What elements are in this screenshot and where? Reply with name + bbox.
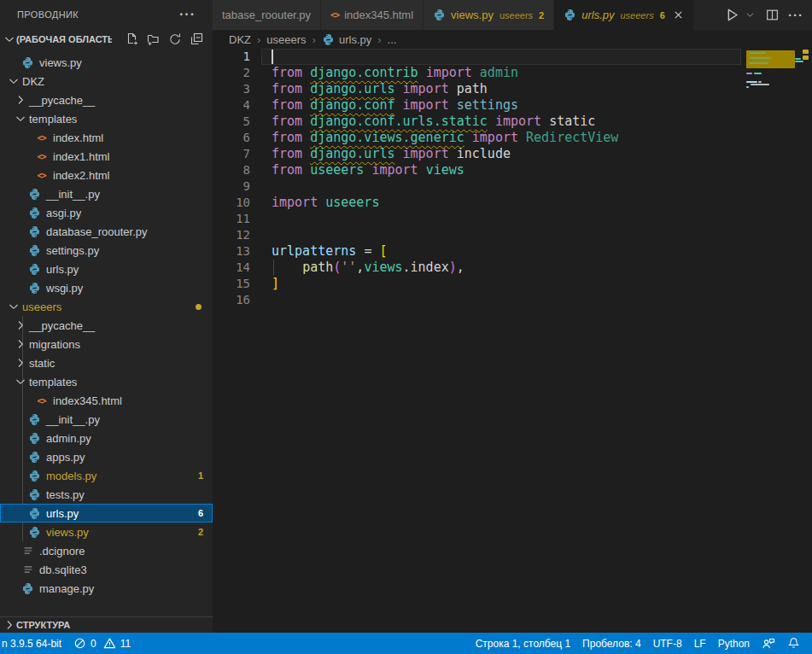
tree-item[interactable]: admin.py	[0, 429, 213, 447]
tree-item[interactable]: tests.py	[0, 485, 213, 504]
tree-item-label: database_roouter.py	[46, 225, 148, 238]
tree-item[interactable]: DKZ	[0, 72, 213, 91]
tree-item[interactable]: templates	[0, 109, 213, 128]
warning-icon	[103, 637, 116, 650]
tree-item-label: __pycache__	[29, 94, 95, 107]
split-editor-icon[interactable]	[765, 8, 780, 22]
line-number: 7	[213, 146, 250, 162]
chevron-down-icon	[14, 375, 27, 388]
tree-item[interactable]: .dcignore	[0, 541, 213, 560]
breadcrumb-item[interactable]: ...	[388, 33, 397, 46]
line-number: 16	[213, 292, 250, 308]
tree-item[interactable]: apps.py	[0, 447, 213, 466]
tree-item-label: index1.html	[53, 150, 109, 163]
breadcrumbs: DKZ›useeers›urls.py›...	[213, 30, 812, 49]
tree-item[interactable]: database_roouter.py	[0, 222, 213, 241]
encoding-status[interactable]: UTF-8	[647, 638, 688, 650]
tree-item[interactable]: __pycache__	[0, 316, 213, 335]
warning-count: 11	[120, 638, 131, 650]
new-folder-icon[interactable]	[146, 32, 161, 47]
tree-item[interactable]: asgi.py	[0, 203, 213, 222]
workspace-section-header[interactable]: (РАБОЧАЯ ОБЛАСТЬ) ...	[0, 29, 213, 49]
line-number: 2	[213, 65, 250, 81]
python-icon	[27, 432, 42, 445]
line-number: 14	[213, 260, 250, 276]
tree-item[interactable]: settings.py	[0, 241, 213, 260]
tab-label: views.py	[451, 9, 494, 21]
code-line: 16	[213, 292, 745, 308]
breadcrumb-label: useeers	[266, 33, 306, 46]
more-actions-icon[interactable]: ···	[179, 10, 196, 19]
tree-item[interactable]: __init__.py	[0, 184, 213, 203]
tree-item[interactable]: views.py	[0, 53, 213, 72]
tree-item[interactable]: <>index345.html	[0, 391, 213, 410]
breadcrumb-item[interactable]: useeers	[266, 33, 306, 46]
problem-count-badge: 2	[198, 527, 203, 537]
tree-item[interactable]: <>index.html	[0, 128, 213, 147]
tab-views.py[interactable]: views.pyuseeers2	[424, 0, 554, 30]
more-actions-icon[interactable]: ···	[788, 11, 803, 20]
code-line: 6from django.views.generic import Redire…	[213, 130, 745, 146]
code-area[interactable]: 12from django.contrib import admin3from …	[213, 49, 745, 308]
line-number: 11	[213, 211, 250, 227]
run-dropdown-chevron-icon[interactable]	[745, 10, 755, 20]
indentation-status[interactable]: Пробелов: 4	[576, 638, 647, 650]
line-number: 4	[213, 97, 250, 114]
tree-item[interactable]: __pycache__	[0, 91, 213, 109]
tree-item[interactable]: <>index1.html	[0, 147, 213, 166]
overview-ruler[interactable]	[800, 49, 812, 305]
cursor-position[interactable]: Строка 1, столбец 1	[470, 638, 576, 650]
tree-item[interactable]: views.py2	[0, 523, 213, 541]
tree-item-label: index.html	[53, 131, 103, 144]
minimap[interactable]	[745, 49, 800, 160]
new-file-icon[interactable]	[125, 32, 140, 47]
python-icon	[27, 507, 42, 520]
python-icon	[27, 413, 42, 426]
notifications-bell-icon[interactable]	[781, 637, 807, 650]
tree-item-label: __init__.py	[46, 188, 100, 201]
python-interpreter[interactable]: n 3.9.5 64-bit	[0, 638, 67, 650]
tree-item[interactable]: <>index2.html	[0, 166, 213, 184]
close-icon[interactable]	[673, 9, 684, 20]
problems-status[interactable]: 0 11	[67, 637, 137, 650]
tree-item[interactable]: models.py1	[0, 466, 213, 485]
tab-urls.py[interactable]: urls.pyuseeers6	[554, 0, 694, 30]
breadcrumb-item[interactable]: DKZ	[229, 33, 251, 46]
tree-item-label: index2.html	[53, 169, 109, 182]
html-icon: <>	[34, 152, 49, 161]
tree-item[interactable]: db.sqlite3	[0, 560, 213, 579]
outline-section-header[interactable]: СТРУКТУРА	[0, 616, 213, 633]
html-icon: <>	[330, 10, 339, 20]
code-line: 2from django.contrib import admin	[213, 65, 745, 81]
tree-item[interactable]: useeers	[0, 297, 213, 316]
tree-item-label: templates	[29, 113, 77, 126]
feedback-icon[interactable]	[756, 637, 781, 651]
tab-index345.html[interactable]: <>index345.html	[321, 0, 424, 30]
run-python-file-icon[interactable]	[724, 7, 740, 23]
breadcrumb-item[interactable]: urls.py	[322, 33, 371, 46]
line-number: 8	[213, 162, 250, 178]
chevron-right-icon	[14, 356, 27, 370]
tree-item[interactable]: __init__.py	[0, 410, 213, 429]
vscode-window: ПРОВОДНИК ··· (РАБОЧАЯ ОБЛАСТЬ) ... view…	[0, 0, 812, 654]
tree-item[interactable]: manage.py	[0, 579, 213, 598]
tree-item[interactable]: wsgi.py	[0, 278, 213, 297]
tree-item[interactable]: migrations	[0, 335, 213, 353]
python-icon	[27, 488, 42, 501]
outline-section-label: СТРУКТУРА	[16, 620, 70, 630]
tree-item-label: views.py	[39, 56, 82, 69]
tree-item[interactable]: urls.py	[0, 260, 213, 278]
tree-item[interactable]: static	[0, 353, 213, 372]
eol-status[interactable]: LF	[688, 638, 712, 650]
tab-label: index345.html	[344, 9, 413, 21]
python-icon	[27, 225, 42, 238]
tree-item[interactable]: templates	[0, 372, 213, 391]
collapse-all-icon[interactable]	[189, 32, 204, 47]
tab-tabase_roouter.py[interactable]: tabase_roouter.py	[213, 0, 321, 30]
tree-item-label: urls.py	[46, 507, 79, 520]
python-icon	[564, 9, 576, 21]
tree-item[interactable]: urls.py6	[0, 504, 213, 523]
language-mode[interactable]: Python	[712, 638, 756, 650]
code-line: 7from django.urls import include	[213, 146, 745, 162]
refresh-icon[interactable]	[167, 32, 183, 47]
